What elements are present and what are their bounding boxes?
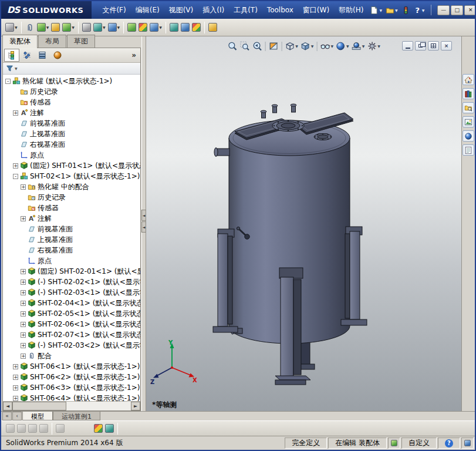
tree-item[interactable]: 前视基准面 — [3, 118, 140, 129]
tree-item[interactable]: +熟化罐 中的配合 — [3, 181, 140, 192]
tree-item[interactable]: 右视基准面 — [3, 139, 140, 150]
tree-item[interactable]: +SHT-06<1> (默认<显示状态-1>) — [3, 361, 140, 372]
menu-item-5[interactable]: Toolbox — [262, 4, 298, 16]
tab-layout[interactable]: 布局 — [38, 35, 66, 48]
tab-motion-study-1[interactable]: 运动算例1 — [53, 412, 100, 420]
menu-item-1[interactable]: 编辑(E) — [131, 3, 164, 18]
tree-item[interactable]: +(-) SHT-02-02<1> (默认<显示状态-1>) — [3, 277, 140, 287]
property-manager-tab[interactable] — [19, 49, 35, 62]
expand-icon[interactable]: + — [21, 280, 26, 285]
expand-icon[interactable]: + — [13, 364, 18, 369]
view-orientation-button[interactable]: ▼ — [283, 40, 299, 52]
custom-properties-icon[interactable] — [463, 144, 474, 156]
collapse-panel-icon[interactable]: ◄ — [141, 210, 146, 221]
measure-button[interactable] — [180, 21, 191, 35]
tree-item[interactable]: +配合 — [3, 351, 140, 361]
menu-item-6[interactable]: 窗口(W) — [298, 3, 334, 18]
exploded-view-button[interactable] — [137, 21, 148, 35]
panel-overflow-button[interactable]: » — [129, 51, 139, 59]
tab-scroll-button-1[interactable]: ‹ — [12, 412, 22, 420]
apply-scene-quick-button[interactable] — [93, 422, 104, 435]
tab-scroll-button-0[interactable]: « — [2, 412, 12, 420]
minimize-button[interactable]: — — [437, 5, 450, 15]
tree-item[interactable]: +SHT-02-07<1> (默认<显示状态-1>) — [3, 329, 140, 340]
tree-item[interactable]: +SHT-06<2> (默认<显示状态-1>) — [3, 372, 140, 382]
expand-icon[interactable]: + — [13, 163, 18, 169]
view-palette-icon[interactable] — [463, 116, 474, 127]
zoom-to-fit-button[interactable] — [226, 40, 238, 52]
tree-item[interactable]: +SHT-06<3> (默认<显示状态-1>) — [3, 382, 140, 393]
tree-item[interactable]: 右视基准面 — [3, 245, 140, 255]
show-hidden-components-button[interactable] — [81, 21, 92, 35]
scroll-left-button[interactable]: ◄ — [3, 402, 12, 410]
help-icon[interactable]: ?▼ — [412, 4, 427, 16]
linear-component-pattern-button[interactable]: ▼ — [36, 21, 50, 35]
menu-item-4[interactable]: 工具(T) — [229, 3, 262, 18]
tree-item[interactable]: 原点 — [3, 255, 140, 266]
tree-item[interactable]: +SHT-06<4> (默认<显示状态-1>) — [3, 393, 140, 401]
tree-item[interactable]: 历史记录 — [3, 192, 140, 203]
expand-icon[interactable]: + — [13, 110, 18, 116]
tree-item[interactable]: +注解 — [3, 107, 140, 118]
tab-model[interactable]: 模型 — [22, 412, 53, 420]
collapse-icon[interactable]: - — [5, 79, 11, 84]
tab-sketch[interactable]: 草图 — [67, 35, 95, 48]
expand-icon[interactable]: + — [13, 385, 18, 391]
tree-item[interactable]: 前视基准面 — [3, 224, 140, 234]
tree-item[interactable]: +(固定) SHT-01<1> (默认<显示状态-1>) — [3, 160, 140, 171]
open-document-icon[interactable]: ▼ — [384, 4, 400, 16]
tree-item[interactable]: +SHT-02-04<1> (默认<显示状态-1>) — [3, 298, 140, 308]
collapse-icon[interactable]: - — [13, 174, 18, 179]
tree-item[interactable]: +(固定) SHT-02-01<1> (默认<显示状态-1>) — [3, 266, 140, 277]
edit-appearance-button[interactable]: ▼ — [335, 40, 350, 52]
expand-icon[interactable]: + — [21, 269, 26, 274]
explode-line-sketch-button[interactable]: ▼ — [148, 21, 163, 35]
menu-item-3[interactable]: 插入(I) — [198, 3, 229, 18]
scroll-right-button[interactable]: ► — [131, 402, 140, 410]
filter-dropdown-icon[interactable]: ▼ — [15, 66, 18, 70]
feature-manager-design-tree-tab[interactable] — [4, 49, 19, 62]
tree-item[interactable]: +(-) SHT-02-03<1> (默认<显示状态-1>) — [3, 287, 140, 298]
smart-fasteners-button[interactable] — [50, 21, 61, 35]
tree-item[interactable]: -熟化罐 (默认<显示状态-1>) — [3, 76, 140, 86]
close-button[interactable]: ✕ — [464, 5, 476, 15]
menu-item-2[interactable]: 视图(V) — [164, 3, 198, 18]
view-grid-button[interactable] — [104, 422, 115, 435]
expand-icon[interactable]: + — [21, 290, 26, 295]
tile-documents-button[interactable] — [428, 41, 439, 51]
expand-icon[interactable]: + — [21, 311, 26, 317]
tree-item[interactable]: 上视基准面 — [3, 234, 140, 245]
tree-item[interactable]: +(-) SHT-02-03<2> (默认<显示状态-1>) — [3, 340, 140, 351]
tree-item[interactable]: -SHT-02<1> (默认<显示状态-1>) — [3, 171, 140, 181]
expand-icon[interactable]: + — [21, 216, 26, 221]
display-manager-tab[interactable] — [50, 49, 65, 62]
home-icon[interactable] — [463, 74, 474, 85]
new-document-icon[interactable]: ▼ — [368, 4, 384, 16]
expand-icon[interactable]: + — [21, 343, 26, 348]
interference-detection-button[interactable] — [168, 21, 180, 35]
design-library-icon[interactable] — [463, 88, 474, 99]
collapse-panel-icon-2[interactable]: ◄ — [141, 221, 146, 233]
sensor-button[interactable] — [207, 21, 218, 35]
bill-of-materials-button[interactable] — [126, 21, 137, 35]
tree-item[interactable]: 原点 — [3, 150, 140, 160]
expand-icon[interactable]: + — [13, 375, 18, 380]
appearances-icon[interactable] — [463, 130, 474, 142]
tree-item[interactable]: +SHT-02-06<1> (默认<显示状态-1>) — [3, 319, 140, 329]
tree-item[interactable]: 历史记录 — [3, 86, 140, 97]
file-explorer-icon[interactable] — [463, 102, 474, 113]
assembly-features-button[interactable]: ▼ — [92, 21, 107, 35]
close-document-button[interactable]: × — [441, 41, 452, 51]
rebuild-icon[interactable] — [400, 4, 412, 16]
tree-item[interactable]: 上视基准面 — [3, 129, 140, 139]
minimize-document-button[interactable] — [402, 41, 413, 51]
tree-horizontal-scrollbar[interactable]: ◄ ► — [3, 401, 140, 410]
expand-icon[interactable]: + — [21, 184, 26, 190]
insert-components-button[interactable]: ▼ — [4, 21, 19, 35]
panel-splitter[interactable]: ◄ ◄ — [141, 36, 146, 411]
tree-item[interactable]: +注解 — [3, 213, 140, 224]
zoom-to-area-button[interactable] — [238, 40, 251, 52]
filter-bar[interactable]: ▼ — [3, 63, 140, 75]
display-style-button[interactable]: ▼ — [299, 40, 315, 52]
expand-icon[interactable]: + — [21, 332, 26, 338]
